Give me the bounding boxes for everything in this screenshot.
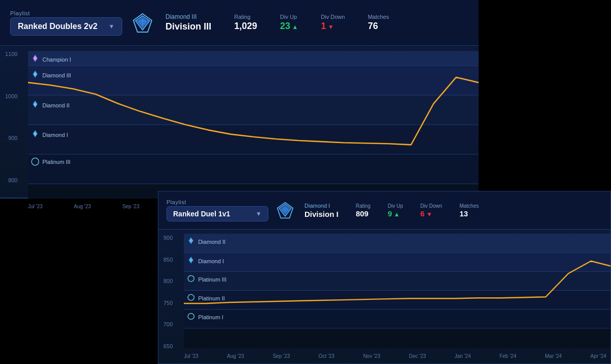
top-playlist-dropdown[interactable]: Ranked Doubles 2v2 ▼ <box>10 17 122 36</box>
bottom-y-label-900: 900 <box>163 235 173 241</box>
top-rating-label: Rating <box>234 14 257 20</box>
bottom-y-label-850: 850 <box>163 257 173 263</box>
top-divdown-block: Div Down 1 <box>321 14 345 32</box>
top-header-bar: Playlist Ranked Doubles 2v2 ▼ Diamond II… <box>0 0 479 46</box>
bottom-rank-icon <box>276 202 294 219</box>
top-x-sep23: Sep '23 <box>122 204 140 209</box>
svg-text:Diamond I: Diamond I <box>42 132 68 138</box>
bottom-y-label-650: 650 <box>163 343 173 349</box>
bottom-x-apr24: Apr '24 <box>591 353 606 359</box>
top-playlist-label: Playlist <box>10 10 122 16</box>
bottom-x-sep23: Sep '23 <box>273 353 290 359</box>
bottom-matches-value: 13 <box>459 209 479 218</box>
top-playlist-value: Ranked Doubles 2v2 <box>18 22 98 31</box>
top-y-label-1000: 1000 <box>5 93 17 99</box>
bottom-y-axis: 900 850 800 750 700 650 <box>163 235 173 349</box>
svg-text:Diamond I: Diamond I <box>198 258 224 264</box>
svg-text:Diamond II: Diamond II <box>42 102 69 108</box>
bottom-x-feb24: Feb '24 <box>499 353 516 359</box>
top-rank-icon <box>132 13 153 33</box>
bottom-divdown-block: Div Down 6 <box>421 203 442 218</box>
top-matches-label: Matches <box>368 14 389 20</box>
top-y-label-900: 900 <box>5 135 17 141</box>
bottom-x-jul23: Jul '23 <box>184 353 199 359</box>
top-rank-division: Division III <box>165 21 211 32</box>
top-divup-value: 23 <box>280 21 298 32</box>
bottom-matches-label: Matches <box>459 203 479 209</box>
bottom-rating-block: Rating 809 <box>356 203 371 218</box>
bottom-rank-division: Division I <box>304 210 339 218</box>
top-chart-svg: Champion I Diamond III Diamond II Diamon… <box>28 51 479 199</box>
top-y-label-800: 800 <box>5 177 17 183</box>
svg-text:Platinum II: Platinum II <box>198 295 225 301</box>
svg-rect-5 <box>28 51 479 66</box>
bottom-rating-value: 809 <box>356 209 371 218</box>
top-matches-block: Matches 76 <box>368 14 389 32</box>
top-panel: Playlist Ranked Doubles 2v2 ▼ Diamond II… <box>0 0 479 199</box>
svg-text:Diamond II: Diamond II <box>198 239 226 245</box>
bottom-y-label-750: 750 <box>163 300 173 306</box>
bottom-rank-tier: Diamond I <box>304 203 339 209</box>
bottom-y-label-700: 700 <box>163 321 173 327</box>
bottom-divdown-value: 6 <box>421 209 442 218</box>
top-divdown-label: Div Down <box>321 14 345 20</box>
bottom-chart-svg: Diamond II Diamond I Platinum III Platin… <box>184 234 610 348</box>
bottom-x-axis: Jul '23 Aug '23 Sep '23 Oct '23 Nov '23 … <box>184 351 610 359</box>
bottom-rating-label: Rating <box>356 203 371 209</box>
svg-text:Platinum I: Platinum I <box>198 314 223 320</box>
top-matches-value: 76 <box>368 21 389 32</box>
bottom-playlist-section: Playlist Ranked Duel 1v1 ▼ <box>166 199 268 221</box>
bottom-divup-block: Div Up 9 <box>388 203 403 218</box>
bottom-x-dec23: Dec '23 <box>409 353 426 359</box>
svg-rect-33 <box>184 253 610 271</box>
svg-rect-8 <box>28 125 479 154</box>
bottom-x-oct23: Oct '23 <box>319 353 335 359</box>
bottom-dropdown-arrow-icon: ▼ <box>256 210 262 217</box>
bottom-x-mar24: Mar '24 <box>545 353 562 359</box>
bottom-playlist-label: Playlist <box>166 199 268 205</box>
bottom-playlist-dropdown[interactable]: Ranked Duel 1v1 ▼ <box>166 206 268 221</box>
bottom-rank-info: Diamond I Division I <box>304 203 339 218</box>
bottom-y-label-800: 800 <box>163 278 173 284</box>
top-chart-area: 1100 1000 900 800 <box>0 46 479 199</box>
svg-rect-34 <box>184 271 610 290</box>
svg-rect-32 <box>184 234 610 253</box>
top-divdown-value: 1 <box>321 21 345 32</box>
bottom-x-jan24: Jan '24 <box>455 353 471 359</box>
bottom-divdown-label: Div Down <box>421 203 442 209</box>
top-divup-block: Div Up 23 <box>280 14 298 32</box>
svg-rect-7 <box>28 95 479 125</box>
svg-text:Diamond III: Diamond III <box>42 72 71 78</box>
svg-rect-36 <box>184 310 610 328</box>
top-dropdown-arrow-icon: ▼ <box>108 23 115 30</box>
bottom-playlist-value: Ranked Duel 1v1 <box>173 210 230 218</box>
top-rating-value: 1,029 <box>234 21 257 32</box>
svg-rect-6 <box>28 66 479 95</box>
top-rating-block: Rating 1,029 <box>234 14 257 32</box>
top-playlist-section: Playlist Ranked Doubles 2v2 ▼ <box>10 10 122 36</box>
bottom-matches-block: Matches 13 <box>459 203 479 218</box>
bottom-panel: Playlist Ranked Duel 1v1 ▼ Diamond I Div… <box>158 191 611 364</box>
bottom-x-aug23: Aug '23 <box>227 353 244 359</box>
bottom-x-nov23: Nov '23 <box>363 353 380 359</box>
top-rank-info: Diamond III Division III <box>165 13 211 32</box>
bottom-divup-label: Div Up <box>388 203 403 209</box>
top-y-axis: 1100 1000 900 800 <box>5 51 17 183</box>
svg-rect-35 <box>184 291 610 310</box>
bottom-chart-area: 900 850 800 750 700 650 <box>158 230 610 359</box>
top-y-label-1100: 1100 <box>5 51 17 57</box>
bottom-header-bar: Playlist Ranked Duel 1v1 ▼ Diamond I Div… <box>158 191 610 230</box>
top-x-jul23: Jul '23 <box>28 204 43 209</box>
bottom-divup-value: 9 <box>388 209 403 218</box>
top-rank-tier: Diamond III <box>165 13 211 20</box>
svg-rect-9 <box>28 154 479 184</box>
top-divup-label: Div Up <box>280 14 298 20</box>
top-x-aug23: Aug '23 <box>74 204 91 209</box>
svg-text:Champion I: Champion I <box>42 57 71 63</box>
svg-rect-37 <box>184 328 610 348</box>
svg-text:Platinum III: Platinum III <box>42 158 70 164</box>
svg-text:Platinum III: Platinum III <box>198 276 226 283</box>
